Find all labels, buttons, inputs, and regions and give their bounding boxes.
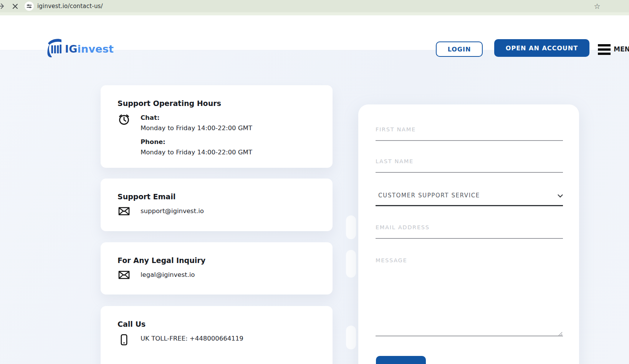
card-rows: Chat: Monday to Friday 14:00-22:00 GMT P… [141,113,252,157]
pillar-column-icon [47,38,62,60]
iginvest-logo[interactable]: IGinvest [47,38,114,60]
logo-text: IGinvest [65,43,114,55]
card-rows: UK TOLL-FREE: +448000664119 [141,333,243,344]
textarea-resize-handle[interactable] [558,331,563,336]
menu-label[interactable]: MENU [614,45,629,53]
card-rows: support@iginvest.io [141,206,204,216]
card-call-us: Call Us UK TOLL-FREE: +448000664119 [101,306,333,364]
browser-toolbar: iginvest.io/contact-us/ ☆ [0,0,629,12]
card-title: Call Us [118,319,316,329]
card-support-email: Support Email support@iginvest.io [101,179,333,231]
row-text: legal@iginvest.io [141,270,195,280]
login-button[interactable]: LOGIN [436,41,483,57]
address-bar-url[interactable]: iginvest.io/contact-us/ [37,0,103,12]
card-support-hours: Support Operating Hours Chat: Monday to … [101,85,333,168]
envelope-icon [118,270,131,280]
forward-arrow-icon[interactable] [0,0,6,12]
page-content: Don’t Hesitate to Contact Us! Our suppor… [0,50,629,364]
site-settings-icon[interactable] [25,2,34,11]
send-button[interactable]: SEND [376,356,426,364]
close-icon[interactable] [11,0,19,12]
row-label: Phone: [141,137,252,147]
last-name-input[interactable] [376,155,563,173]
row-text: support@iginvest.io [141,206,204,216]
message-textarea[interactable] [376,251,563,336]
email-input[interactable] [376,221,563,239]
open-account-button[interactable]: OPEN AN ACCOUNT [494,39,589,57]
mobile-phone-icon [118,334,131,346]
select-value: CUSTOMER SUPPORT SERVICE [376,192,480,199]
alarm-clock-icon [118,113,131,126]
decorative-pill [346,250,356,278]
card-legal-inquiry: For Any Legal Inquiry legal@iginvest.io [101,242,333,295]
chevron-down-icon [558,192,563,199]
support-service-select[interactable]: CUSTOMER SUPPORT SERVICE [376,188,563,206]
hamburger-menu-icon[interactable] [598,44,611,55]
contact-form-panel: CUSTOMER SUPPORT SERVICE SEND [358,104,579,364]
decorative-pill [346,215,356,239]
first-name-input[interactable] [376,123,563,141]
row-text: Monday to Friday 14:00-22:00 GMT [141,147,252,157]
row-label: Chat: [141,113,252,123]
decorative-pill [346,326,356,349]
bookmark-star-icon[interactable]: ☆ [593,0,602,12]
card-rows: legal@iginvest.io [141,270,195,280]
row-text: UK TOLL-FREE: +448000664119 [141,333,243,344]
card-title: For Any Legal Inquiry [118,255,316,266]
toolbar-bottom-strip [0,12,629,15]
card-title: Support Email [118,192,316,202]
row-text: Monday to Friday 14:00-22:00 GMT [141,123,252,133]
envelope-icon [118,207,131,216]
site-header: IGinvest LOGIN OPEN AN ACCOUNT MENU [0,15,629,50]
card-title: Support Operating Hours [118,98,316,109]
